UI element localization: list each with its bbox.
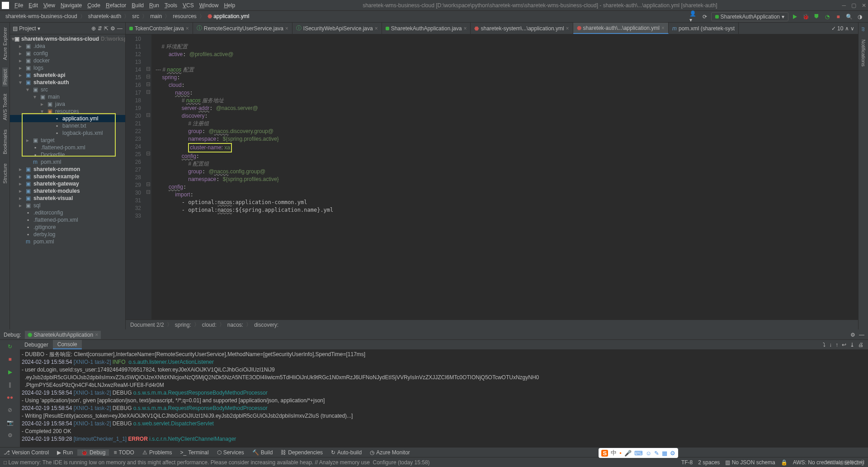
breadcrumb-item[interactable]: sharetek-auth: [86, 13, 123, 19]
notifications-icon[interactable]: ◑: [855, 12, 864, 21]
bottom-tab-problems[interactable]: ⚠Problems: [139, 449, 176, 456]
tree-row[interactable]: ▸▣config: [10, 50, 125, 57]
rerun-button[interactable]: ↻: [5, 342, 15, 352]
debug-button[interactable]: 🐞: [801, 12, 810, 21]
line-number-gutter[interactable]: 1011121314151617181920212223242526272829…: [126, 34, 145, 319]
run-button[interactable]: [790, 12, 799, 21]
menu-window[interactable]: Window: [197, 1, 222, 10]
menu-tools[interactable]: Tools: [162, 1, 180, 10]
editor-crumb-item[interactable]: discovery:: [254, 322, 278, 328]
settings-icon[interactable]: ⚙: [110, 25, 115, 32]
search-icon[interactable]: 🔍: [844, 12, 854, 21]
tree-row[interactable]: ▪logback-plus.xml: [10, 129, 125, 137]
status-lock-icon[interactable]: 🔒: [781, 459, 788, 466]
fold-gutter[interactable]: ⊟⊟⊟⊟⊟⊟⊟⊟: [145, 34, 152, 319]
tree-row[interactable]: ▸▣docker: [10, 57, 125, 64]
tree-row[interactable]: mpom.xml: [10, 158, 125, 166]
tree-row[interactable]: ▪.editorconfig: [10, 209, 125, 216]
code-editor[interactable]: # 环境配置 active: @profiles.active@ --- # n…: [152, 34, 858, 319]
editor-crumb-item[interactable]: cloud:: [202, 322, 217, 328]
tree-row[interactable]: ▪application.yml: [10, 115, 125, 122]
menu-refactor[interactable]: Refactor: [103, 1, 129, 10]
menu-navigate[interactable]: Navigate: [58, 1, 85, 10]
tool-structure[interactable]: Structure: [2, 162, 8, 186]
get-thread-dump-button[interactable]: 📷: [5, 418, 15, 428]
bottom-tab-build[interactable]: 🔨Build: [249, 449, 277, 456]
tool-aws[interactable]: AWS Toolkit: [2, 92, 8, 122]
tree-row[interactable]: ▸▣sql: [10, 202, 125, 209]
bottom-tab-version-control[interactable]: ⎇Version Control: [0, 449, 52, 456]
profile-button[interactable]: ◔: [823, 12, 832, 21]
tree-row[interactable]: ▾▣src: [10, 86, 125, 93]
status-indent[interactable]: 2 spaces: [698, 459, 720, 466]
bottom-tab-todo[interactable]: ≡TODO: [110, 449, 137, 456]
bottom-tab-services[interactable]: ⬡Services: [213, 449, 248, 456]
tree-row[interactable]: ▪derby.log: [10, 231, 125, 238]
print-button[interactable]: 🖨: [858, 342, 863, 348]
project-tree[interactable]: ▾▣sharetek-wms-business-cloud D:\workspa…: [10, 34, 125, 329]
breadcrumb-item[interactable]: resources: [171, 13, 198, 19]
status-message[interactable]: □ Low memory: The IDE is running low on …: [4, 459, 676, 466]
tree-row[interactable]: ▾▣main: [10, 93, 125, 100]
editor-breadcrumbs[interactable]: Document 2/2〉spring:〉cloud:〉nacos:〉disco…: [126, 319, 858, 329]
breadcrumb-item[interactable]: main: [148, 13, 164, 19]
editor-tab[interactable]: ⬣sharetek-auth\...\application.yml×: [573, 23, 669, 34]
tree-row[interactable]: mpom.xml: [10, 238, 125, 245]
tree-row[interactable]: ▸▣java: [10, 100, 125, 108]
stop-debug-button[interactable]: ■: [5, 354, 15, 364]
debugger-tab[interactable]: Debugger: [20, 340, 53, 349]
tree-row[interactable]: ▸▣sharetek-modules: [10, 187, 125, 195]
status-encoding[interactable]: TF-8: [681, 459, 693, 466]
editor-tab[interactable]: TokenController.java×: [126, 23, 193, 34]
pause-button[interactable]: ‖: [5, 380, 15, 390]
scroll-to-end-button[interactable]: ⤓: [850, 342, 854, 348]
tree-row[interactable]: ▸▣sharetek-common: [10, 166, 125, 173]
step-out-button[interactable]: ↑: [835, 342, 838, 348]
editor-crumb-item[interactable]: nacos:: [227, 322, 243, 328]
tree-row[interactable]: ▸▣logs: [10, 64, 125, 71]
bottom-tab-dependencies[interactable]: ⛓Dependencies: [277, 449, 326, 456]
tree-row[interactable]: ▸▣.idea: [10, 43, 125, 50]
editor-crumb-item[interactable]: Document 2/2: [130, 322, 164, 328]
console-tab[interactable]: Console: [53, 340, 82, 349]
breadcrumb-item[interactable]: sharetek-wms-business-cloud: [4, 13, 79, 19]
editor-tab[interactable]: ⒾRemoteSecurityUserService.java×: [193, 23, 292, 34]
debug-hide-icon[interactable]: —: [859, 332, 864, 338]
menu-run[interactable]: Run: [146, 1, 162, 10]
tree-row[interactable]: ▸▣sharetek-visual: [10, 195, 125, 202]
tool-project[interactable]: Project: [2, 67, 8, 86]
external-ime-toolbar[interactable]: S 中• 🎤 ⌨ ☺ ✎ ▦ ⚙: [599, 448, 678, 458]
tree-row[interactable]: ▸▣sharetek-gateway: [10, 180, 125, 187]
sync-icon[interactable]: ⟳: [700, 12, 709, 21]
console-output[interactable]: - DUBBO - 服务响应: Client[consumer],Interfa…: [20, 350, 868, 447]
menu-file[interactable]: File: [12, 1, 26, 10]
coverage-button[interactable]: ⛊: [812, 12, 821, 21]
editor-tab[interactable]: ⬣sharetek-system\...\application.yml×: [471, 23, 573, 34]
mute-breakpoints-button[interactable]: ⊘: [5, 405, 15, 415]
user-icon[interactable]: 👤▾: [689, 12, 698, 21]
hide-icon[interactable]: —: [117, 25, 123, 32]
tree-row[interactable]: ▪.gitignore: [10, 224, 125, 231]
menu-help[interactable]: Help: [221, 1, 238, 10]
tree-row[interactable]: ▪banner.txt: [10, 122, 125, 129]
tree-row[interactable]: ▸▣sharetek-example: [10, 173, 125, 180]
bottom-tab-debug[interactable]: 🐞Debug: [77, 449, 109, 456]
status-schema[interactable]: ▥ No JSON schema: [725, 459, 775, 466]
close-icon[interactable]: ✕: [862, 2, 866, 9]
bottom-tab-auto-build[interactable]: ↻Auto-build: [327, 449, 365, 456]
editor-crumb-item[interactable]: spring:: [175, 322, 191, 328]
tool-maven-right[interactable]: m: [861, 25, 866, 33]
menu-edit[interactable]: Edit: [26, 1, 41, 10]
view-breakpoints-button[interactable]: ●●: [5, 392, 15, 402]
collapse-all-icon[interactable]: ⇱: [104, 25, 108, 32]
tree-row[interactable]: ▪.flattened-pom.xml: [10, 216, 125, 224]
debugger-settings-button[interactable]: ⚙: [5, 430, 15, 440]
tree-row[interactable]: ▪Dockerfile: [10, 151, 125, 158]
project-view-label[interactable]: ▤ Project ▾: [13, 25, 40, 32]
minimize-icon[interactable]: ─: [842, 2, 846, 9]
menu-build[interactable]: Build: [129, 1, 146, 10]
editor-tab[interactable]: mpom.xml (sharetek-syst: [669, 23, 739, 34]
stop-button[interactable]: ■: [834, 12, 843, 21]
tool-azure-explorer[interactable]: Azure Explorer: [2, 25, 8, 62]
menu-vcs[interactable]: VCS: [180, 1, 197, 10]
